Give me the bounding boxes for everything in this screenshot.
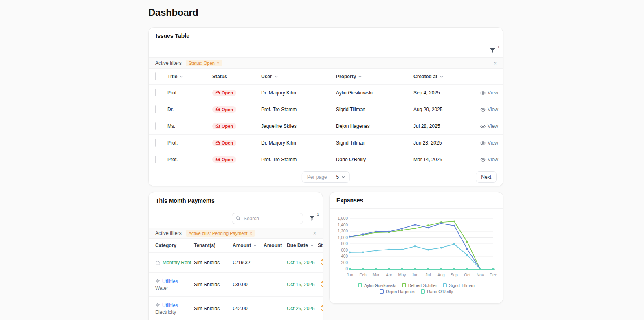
legend-item[interactable]: Dejon Hagenes bbox=[380, 289, 415, 294]
category-link[interactable]: Utilities bbox=[162, 302, 178, 308]
lightning-icon bbox=[155, 278, 160, 284]
column-header-created-at[interactable]: Created at bbox=[413, 74, 480, 79]
filter-funnel-icon bbox=[489, 48, 496, 55]
column-header-tenants[interactable]: Tenant(s) bbox=[194, 243, 233, 248]
legend-label: Dejon Hagenes bbox=[386, 289, 415, 294]
view-button[interactable]: View bbox=[480, 157, 498, 162]
row-checkbox[interactable] bbox=[155, 156, 156, 163]
list-item[interactable]: Utilities Water Sim Shields €30.00 Oct 1… bbox=[149, 273, 323, 297]
column-header-title[interactable]: Title bbox=[167, 74, 212, 79]
table-row[interactable]: Prof. Open Dr. Marjory Kihn Sigrid Tillm… bbox=[149, 135, 503, 151]
tenant-name: Sim Shields bbox=[194, 282, 233, 287]
list-item[interactable]: Monthly Rent Sim Shields €219.32 Oct 15,… bbox=[149, 253, 323, 273]
expanses-card: Expanses 02004006008001,0001,2001,4001,6… bbox=[329, 192, 503, 304]
category-subtext: Electricity bbox=[155, 309, 194, 315]
column-header-amount[interactable]: Amount bbox=[233, 243, 264, 248]
row-checkbox[interactable] bbox=[155, 105, 156, 113]
column-header-due-date[interactable]: Due Date bbox=[287, 243, 318, 248]
payments-active-filters: Active filters Active bills: Pending Pay… bbox=[149, 228, 323, 239]
svg-text:Jun: Jun bbox=[412, 273, 418, 277]
svg-text:Sep: Sep bbox=[451, 273, 458, 277]
due-date: Oct 15, 2025 bbox=[287, 282, 318, 287]
filter-chip-active-bills[interactable]: Active bills: Pending Payment × bbox=[186, 230, 255, 237]
filter-funnel-icon bbox=[309, 216, 315, 223]
issues-active-filters: Active filters Status: Open × × bbox=[149, 58, 503, 69]
payments-card-header: This Month Payments bbox=[149, 192, 323, 209]
svg-text:Feb: Feb bbox=[359, 273, 367, 277]
table-row[interactable]: Prof. Open Prof. Tre Stamm Dario O'Reill… bbox=[149, 151, 503, 168]
column-header-status[interactable]: Status bbox=[212, 74, 261, 79]
tenant-name: Sim Shields bbox=[194, 260, 233, 265]
legend-item[interactable]: Delbert Schiller bbox=[402, 283, 437, 288]
issue-title: Ms. bbox=[167, 123, 212, 129]
column-header-user[interactable]: User bbox=[261, 74, 336, 79]
expanses-card-title: Expanses bbox=[336, 197, 363, 204]
search-box bbox=[232, 213, 303, 224]
view-button[interactable]: View bbox=[480, 90, 498, 96]
filter-chip-label: Active bills: Pending Payment bbox=[189, 231, 248, 236]
mail-open-icon bbox=[215, 157, 220, 162]
search-icon bbox=[235, 216, 241, 221]
view-button[interactable]: View bbox=[480, 107, 498, 112]
filter-chip-status-open[interactable]: Status: Open × bbox=[186, 60, 222, 66]
page-title: Dashboard bbox=[148, 7, 644, 19]
issue-user: Jaqueline Skiles bbox=[261, 123, 336, 129]
clear-filters-icon[interactable]: × bbox=[493, 61, 497, 66]
view-button[interactable]: View bbox=[480, 140, 498, 146]
search-input[interactable] bbox=[232, 213, 303, 224]
issue-title: Prof. bbox=[167, 90, 212, 96]
pending-slash-icon bbox=[320, 281, 323, 287]
per-page-select[interactable]: 5 bbox=[332, 172, 350, 182]
payments-table: Category Tenant(s) Amount Amount Due Dat… bbox=[149, 239, 323, 320]
table-row[interactable]: Prof. Open Dr. Marjory Kihn Aylin Gusiko… bbox=[149, 85, 503, 101]
issue-property: Dario O'Reilly bbox=[336, 157, 413, 162]
clear-filters-icon[interactable]: × bbox=[313, 230, 316, 236]
row-checkbox[interactable] bbox=[155, 122, 156, 130]
svg-text:0: 0 bbox=[345, 267, 348, 271]
legend-item[interactable]: Dario O'Reilly bbox=[421, 289, 453, 294]
issue-property: Sigrid Tillman bbox=[336, 140, 413, 146]
eye-icon bbox=[480, 157, 486, 162]
issues-toolbar: 1 bbox=[149, 44, 503, 58]
status-badge: Open bbox=[212, 90, 236, 96]
eye-icon bbox=[480, 107, 486, 112]
view-button[interactable]: View bbox=[480, 123, 498, 129]
legend-label: Sigrid Tillman bbox=[449, 283, 475, 288]
chip-remove-icon[interactable]: × bbox=[217, 61, 219, 66]
eye-icon bbox=[480, 90, 486, 96]
category-link[interactable]: Monthly Rent bbox=[163, 260, 191, 265]
payments-toolbar: 1 bbox=[149, 209, 323, 228]
payments-card-title: This Month Payments bbox=[156, 197, 215, 204]
column-header-amount-2[interactable]: Amount bbox=[264, 243, 287, 248]
issue-title: Dr. bbox=[167, 107, 212, 112]
mail-open-icon bbox=[215, 107, 220, 112]
svg-text:Mar: Mar bbox=[372, 273, 380, 277]
status-badge: Open bbox=[212, 140, 236, 146]
table-row[interactable]: Dr. Open Prof. Tre Stamm Sigrid Tillman … bbox=[149, 101, 503, 118]
payments-card: This Month Payments 1 Active filters Act bbox=[148, 192, 323, 320]
category-link[interactable]: Utilities bbox=[162, 278, 178, 284]
filter-button[interactable]: 1 bbox=[309, 215, 316, 222]
column-header-status[interactable]: Status bbox=[318, 243, 323, 248]
filter-button[interactable]: 1 bbox=[489, 47, 497, 55]
chip-remove-icon[interactable]: × bbox=[250, 231, 252, 236]
active-filters-label: Active filters bbox=[155, 60, 182, 66]
select-all-checkbox[interactable] bbox=[155, 72, 156, 80]
column-header-category[interactable]: Category bbox=[155, 243, 194, 248]
legend-item[interactable]: Sigrid Tillman bbox=[443, 283, 475, 288]
legend-item[interactable]: Aylin Gusikowski bbox=[358, 283, 396, 288]
issue-created-at: Aug 20, 2025 bbox=[413, 107, 480, 112]
row-checkbox[interactable] bbox=[155, 89, 156, 96]
mail-open-icon bbox=[215, 90, 220, 95]
row-checkbox[interactable] bbox=[155, 139, 156, 147]
list-item[interactable]: Utilities Electricity Sim Shields €42.00… bbox=[149, 297, 323, 320]
next-page-button[interactable]: Next bbox=[476, 171, 497, 183]
sort-chevron-icon bbox=[310, 243, 314, 248]
status-badge: Open bbox=[212, 123, 236, 129]
per-page-label: Per page bbox=[302, 172, 332, 182]
svg-text:Oct: Oct bbox=[464, 273, 470, 277]
svg-text:400: 400 bbox=[341, 254, 348, 259]
table-row[interactable]: Ms. Open Jaqueline Skiles Dejon Hagenes … bbox=[149, 118, 503, 135]
column-header-property[interactable]: Property bbox=[336, 74, 413, 79]
due-date: Oct 25, 2025 bbox=[287, 306, 318, 311]
